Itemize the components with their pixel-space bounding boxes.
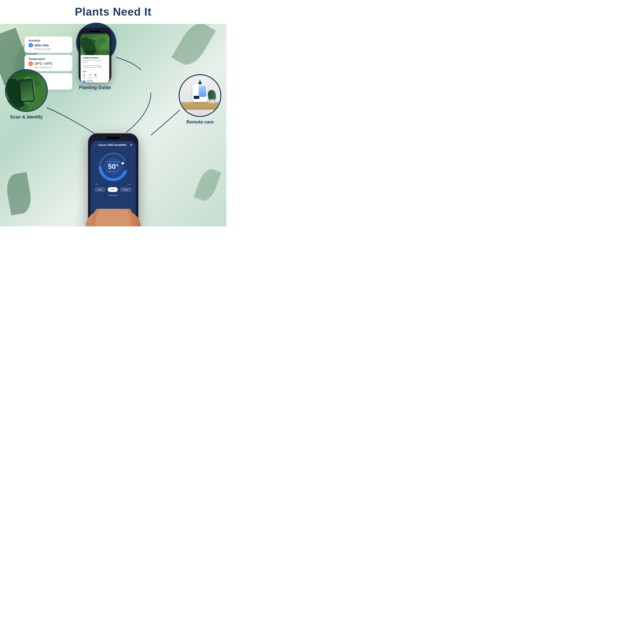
care-icon-water: 💧 Water — [83, 73, 86, 78]
care-section: Care 💧 Water ☀ Full Sun — [83, 69, 107, 83]
humidity-dial-label: Current Humidity — [107, 161, 120, 163]
plant-name: Golden Pothos — [83, 57, 107, 59]
temperature-icon: 🌡 — [29, 61, 33, 66]
humidifier-drawing: 48 — [190, 84, 210, 107]
remote-inner-photo: 48 — [180, 75, 220, 116]
dial-center: Current Humidity 50% Mist Level: 5 — [107, 161, 120, 172]
humidity-card-value: 💧 60%-70% — [29, 43, 68, 48]
settings-icon[interactable]: ⚙ — [130, 143, 132, 147]
mist-arrow-icon — [198, 80, 202, 85]
page-header: Plants Need It — [0, 0, 226, 21]
humidity-mini-icon: 💧 — [83, 80, 86, 83]
plant-common: Common Name: Centipede tongavine, Devils… — [83, 65, 107, 69]
svg-point-18 — [96, 209, 131, 226]
mist-level-label: Mist Level: 5 — [107, 171, 120, 172]
dial-min: Min — [96, 183, 98, 185]
guide-phone-screen: ‹ Golden Pothos Botanical Name: Epipremn… — [81, 34, 109, 83]
scan-mini-phone — [19, 79, 34, 102]
guide-phone-notch — [90, 31, 100, 32]
center-phone-notch — [107, 137, 119, 139]
mode-buttons: Auto On Sleep — [95, 185, 132, 194]
phone-app-header: ‹ Classic 300S Humidifier ⚙ — [91, 141, 136, 148]
humidifier-tank — [199, 86, 206, 97]
scan-inner-photo — [6, 70, 47, 111]
back-button-guide[interactable]: ‹ — [83, 35, 84, 38]
humidity-dial-value: 50% — [107, 163, 120, 170]
planting-guide-label: Planting Guide — [79, 85, 111, 90]
auto-mode-button[interactable]: Auto — [95, 187, 106, 192]
sleep-mode-button[interactable]: Sleep — [120, 187, 132, 192]
swipe-indicator — [108, 195, 118, 196]
scan-label: Scan & Identify — [5, 114, 48, 120]
temperature-card-title: Temperature — [29, 57, 68, 60]
plant-botanical: Botanical Name: Epipremnum aureum — [83, 60, 107, 64]
humidity-mini: 💧 Humidity 60%-70% Relative humidity — [83, 79, 107, 83]
humidity-dial: Current Humidity 50% Mist Level: 5 — [97, 150, 130, 183]
care-icons: 💧 Water ☀ Full Sun 🪴 Soils — [83, 73, 107, 78]
svg-rect-11 — [210, 99, 215, 103]
svg-point-16 — [122, 162, 124, 165]
care-icon-soil: 🪴 Soils — [94, 73, 97, 78]
temperature-card-value: 🌡 18°C～24°C — [29, 61, 68, 66]
remote-circle-frame: 48 — [179, 74, 221, 117]
temperature-card-sub: Ideal Temperature — [29, 66, 68, 69]
humidity-card: Humidity 💧 60%-70% Relative humidity — [25, 36, 72, 53]
svg-point-10 — [208, 90, 213, 99]
hand-holding-phone — [86, 209, 141, 226]
back-arrow-icon[interactable]: ‹ — [94, 144, 95, 147]
humidity-dial-wrapper: Current Humidity 50% Mist Level: 5 Min M… — [91, 148, 136, 219]
page-title: Plants Need It — [0, 6, 226, 18]
dial-minmax: Min Max — [96, 183, 131, 185]
remote-label: Remote-care — [179, 119, 221, 125]
remote-section: 48 Remote-care — [179, 74, 221, 125]
main-content: Humidity 💧 60%-70% Relative humidity Tem… — [0, 24, 226, 226]
humidity-card-sub: Relative humidity — [29, 48, 68, 50]
care-title: Care — [83, 71, 107, 72]
small-plant-remote — [208, 90, 217, 105]
scan-section: Scan & Identify — [5, 69, 48, 120]
scan-mini-phone-screen — [19, 80, 33, 101]
care-icon-sun: ☀ Full Sun — [88, 73, 92, 78]
humidifier-body: 48 — [192, 84, 208, 102]
guide-phone: ‹ Golden Pothos Botanical Name: Epipremn… — [79, 28, 111, 83]
humidifier-display: 48 — [194, 96, 199, 99]
dial-max: Max — [128, 183, 131, 185]
plant-info: Golden Pothos Botanical Name: Epipremnum… — [81, 55, 109, 83]
center-phone-wrapper: ‹ Classic 300S Humidifier ⚙ — [88, 133, 138, 226]
humidity-icon: 💧 — [29, 43, 33, 48]
plant-photo: ‹ — [81, 34, 109, 55]
on-mode-button[interactable]: On — [108, 187, 117, 192]
humidity-card-title: Humidity — [29, 39, 68, 42]
scan-circle-frame — [5, 69, 48, 112]
plant-photo-svg — [81, 34, 109, 55]
temperature-card: Temperature 🌡 18°C～24°C Ideal Temperatur… — [25, 55, 72, 71]
phone-app-title: Classic 300S Humidifier — [98, 144, 127, 146]
